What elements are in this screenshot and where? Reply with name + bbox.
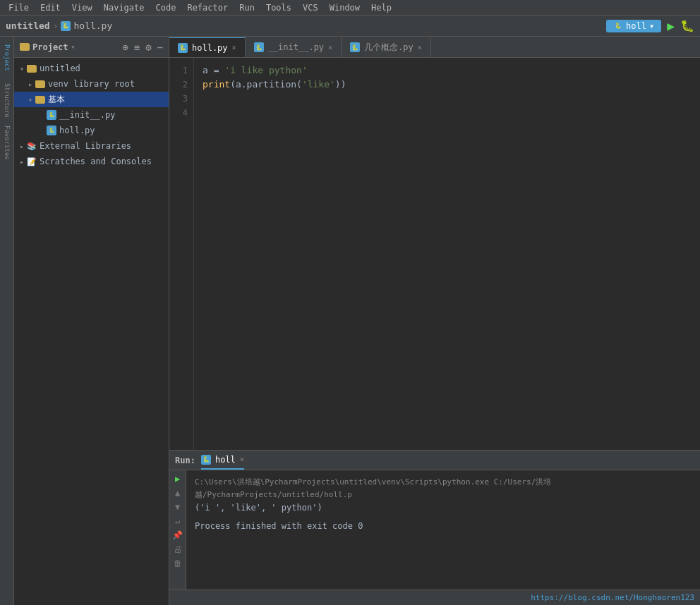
tree-arrow-venv <box>28 79 32 89</box>
run-scroll-up-btn[interactable]: ▲ <box>172 487 183 499</box>
line-numbers: 1 2 3 4 <box>169 58 194 450</box>
tree-label-init: __init__.py <box>59 110 115 120</box>
tree-item-ext-libs[interactable]: 📚 External Libraries <box>14 138 169 154</box>
run-content: ▶ ▲ ▼ ↵ 📌 🖨 🗑 C:\Users\洪培越\PycharmProjec… <box>169 470 700 589</box>
menu-navigate[interactable]: Navigate <box>98 1 150 14</box>
tab-jige-icon: 🐍 <box>350 42 360 52</box>
tree-arrow-ext <box>20 141 24 151</box>
tree-item-holl[interactable]: 🐍 holl.py <box>14 123 169 138</box>
project-toolbar: Project ▾ ⊕ ≡ ⚙ − <box>14 37 169 58</box>
ext-libs-icon: 📚 <box>27 142 37 151</box>
tree-item-venv[interactable]: venv library root <box>14 76 169 92</box>
tree-item-scratches[interactable]: 📝 Scratches and Consoles <box>14 154 169 169</box>
tree-arrow-untitled <box>20 63 24 73</box>
project-name[interactable]: untitled <box>6 20 50 31</box>
tab-jige-py[interactable]: 🐍 几个概念.py × <box>342 37 431 57</box>
tree-item-jiben[interactable]: 基本 <box>14 92 169 107</box>
settings-btn[interactable]: ⚙ <box>145 42 151 53</box>
tree-arrow-jiben <box>28 94 32 104</box>
run-print-btn[interactable]: 🖨 <box>172 544 183 555</box>
close-panel-btn[interactable]: − <box>157 42 163 53</box>
run-pin-btn[interactable]: 📌 <box>172 530 183 541</box>
menu-bar: File Edit View Navigate Code Refactor Ru… <box>0 0 700 16</box>
py-icon-init: 🐍 <box>47 110 56 120</box>
run-result-line: ('i ', 'like', ' python') <box>195 501 692 514</box>
tree-label-ext: External Libraries <box>40 141 131 151</box>
tree-label-jiben: 基本 <box>48 94 65 106</box>
run-label: Run: <box>175 456 195 465</box>
editor-tabs: 🐍 holl.py × 🐍 __init__.py × 🐍 几个概念.py × <box>169 37 700 58</box>
vtab-project[interactable]: Project <box>0 37 13 79</box>
tab-holl-icon: 🐍 <box>178 43 188 53</box>
menu-code[interactable]: Code <box>150 1 182 14</box>
run-wrap-btn[interactable]: ↵ <box>172 515 183 527</box>
tree-item-untitled[interactable]: untitled <box>14 61 169 76</box>
run-tab-close[interactable]: × <box>240 456 244 463</box>
code-editor[interactable]: a = 'i like python' print(a.partition('l… <box>194 58 700 450</box>
run-output: C:\Users\洪培越\PycharmProjects\untitled\ve… <box>186 470 700 589</box>
tree-label-venv: venv library root <box>48 79 135 89</box>
run-restart-btn[interactable]: ▶ <box>172 473 183 484</box>
tab-jige-close[interactable]: × <box>418 44 422 51</box>
editor-content: 1 2 3 4 a = 'i like python' print(a.part… <box>169 58 700 450</box>
tree-arrow-scratches <box>20 157 24 166</box>
tree-folder-jiben <box>35 96 45 104</box>
scratches-icon: 📝 <box>27 157 37 166</box>
sync-files-btn[interactable]: ⊕ <box>122 42 128 53</box>
run-selector[interactable]: 🐍 holl ▾ <box>606 20 661 32</box>
tab-holl-py[interactable]: 🐍 holl.py × <box>169 37 246 57</box>
run-side-buttons: ▶ ▲ ▼ ↵ 📌 🖨 🗑 <box>169 470 186 589</box>
tab-holl-label: holl.py <box>192 43 228 53</box>
menu-help[interactable]: Help <box>366 1 397 14</box>
run-panel: Run: 🐍 holl × ▶ ▲ ▼ ↵ 📌 🖨 🗑 <box>169 450 700 605</box>
menu-vcs[interactable]: VCS <box>297 1 324 14</box>
title-bar: untitled › 🐍 holl.py 🐍 holl ▾ ▶ 🐛 <box>0 16 700 37</box>
run-exit-line: Process finished with exit code 0 <box>195 520 692 532</box>
tab-init-close[interactable]: × <box>328 44 332 51</box>
current-file: 🐍 holl.py <box>61 20 112 31</box>
tree-label-scratches: Scratches and Consoles <box>40 157 152 166</box>
menu-run[interactable]: Run <box>234 1 260 14</box>
run-tab-icon: 🐍 <box>201 455 211 465</box>
editor-area: 🐍 holl.py × 🐍 __init__.py × 🐍 几个概念.py × <box>169 37 700 450</box>
tree-folder-untitled <box>27 65 37 73</box>
menu-file[interactable]: File <box>3 1 35 14</box>
run-scroll-down-btn[interactable]: ▼ <box>172 501 183 513</box>
run-controls: 🐍 holl ▾ ▶ 🐛 <box>606 18 694 33</box>
menu-refactor[interactable]: Refactor <box>181 1 234 14</box>
tab-holl-close[interactable]: × <box>232 44 236 51</box>
csdn-link[interactable]: https://blog.csdn.net/Honghaoren123 <box>531 593 694 602</box>
vtab-structure[interactable]: Structure <box>0 79 13 121</box>
project-panel-title: Project ▾ <box>20 42 116 52</box>
project-panel: Project ▾ ⊕ ≡ ⚙ − untitled venv library … <box>14 37 169 605</box>
menu-tools[interactable]: Tools <box>260 1 297 14</box>
left-vtabs: Project Structure Favorites <box>0 37 14 605</box>
run-debug-button[interactable]: 🐛 <box>680 19 694 32</box>
info-bar: https://blog.csdn.net/Honghaoren123 <box>169 589 700 605</box>
folder-icon <box>20 43 30 51</box>
py-icon-holl: 🐍 <box>47 126 56 135</box>
py-file-icon: 🐍 <box>61 21 71 31</box>
tree-label-untitled: untitled <box>40 63 80 73</box>
run-selector-icon: 🐍 <box>613 21 623 31</box>
run-tab-holl[interactable]: 🐍 holl × <box>201 451 244 470</box>
tab-init-py[interactable]: 🐍 __init__.py × <box>246 37 342 57</box>
tree-item-init[interactable]: 🐍 __init__.py <box>14 107 169 123</box>
run-path-line: C:\Users\洪培越\PycharmProjects\untitled\ve… <box>195 476 692 501</box>
menu-view[interactable]: View <box>66 1 98 14</box>
menu-edit[interactable]: Edit <box>35 1 66 14</box>
menu-window[interactable]: Window <box>324 1 366 14</box>
run-trash-btn[interactable]: 🗑 <box>172 558 183 569</box>
vtab-favorites[interactable]: Favorites <box>0 121 13 164</box>
tab-jige-label: 几个概念.py <box>364 42 414 54</box>
project-tree: untitled venv library root 基本 🐍 __init__… <box>14 58 169 605</box>
tab-init-label: __init__.py <box>268 42 324 52</box>
main-layout: Project Structure Favorites Project ▾ ⊕ … <box>0 37 700 605</box>
run-play-button[interactable]: ▶ <box>667 18 675 33</box>
tree-folder-venv <box>35 80 45 88</box>
run-toolbar: Run: 🐍 holl × <box>169 451 700 470</box>
collapse-all-btn[interactable]: ≡ <box>134 42 140 53</box>
run-tab-label: holl <box>215 455 236 465</box>
tab-init-icon: 🐍 <box>254 42 264 52</box>
tree-label-holl: holl.py <box>59 126 95 135</box>
